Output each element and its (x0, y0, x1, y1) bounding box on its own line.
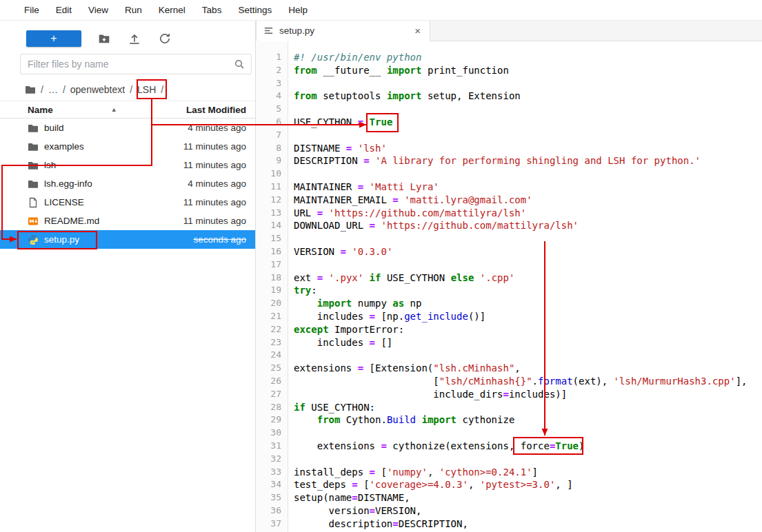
code-line[interactable]: includes = [] (294, 336, 762, 349)
code-line[interactable]: URL = 'https://github.com/mattilyra/lsh' (294, 207, 762, 220)
menu-item-view[interactable]: View (80, 5, 117, 15)
file-row-license[interactable]: LICENSE11 minutes ago (0, 193, 255, 212)
line-number: 4 (256, 90, 288, 103)
code-line[interactable] (294, 427, 762, 440)
code-line[interactable]: from __future__ import print_function (294, 64, 762, 77)
code-line[interactable]: extensions = cythonize(extensions, force… (294, 440, 762, 453)
code-line[interactable]: from Cython.Build import cythonize (294, 413, 762, 427)
code-line[interactable]: include_dirs=includes)] (294, 388, 762, 401)
filter-input[interactable] (21, 59, 234, 70)
folder-icon (28, 160, 39, 171)
file-row-lsh[interactable]: lsh11 minutes ago (0, 156, 255, 174)
breadcrumb-ellipsis[interactable]: … (48, 84, 58, 95)
code-line[interactable]: includes = [np.get_include()] (294, 310, 762, 323)
file-row-lsh-egg-info[interactable]: lsh.egg-info4 minutes ago (0, 174, 255, 193)
code-line[interactable]: extensions = [Extension("lsh.cMinhash", (294, 362, 762, 375)
code-line[interactable]: VERSION = '0.3.0' (294, 245, 762, 258)
line-number: 10 (256, 167, 288, 181)
line-number: 2 (256, 64, 288, 77)
code-line[interactable]: DISTNAME = 'lsh' (294, 142, 762, 155)
code-line[interactable]: MAINTAINER_EMAIL = 'matti.lyra@gmail.com… (294, 194, 762, 207)
code-line[interactable]: DESCRIPTION = 'A library for performing … (294, 154, 762, 167)
menu-item-kernel[interactable]: Kernel (150, 5, 194, 15)
line-number: 30 (256, 427, 288, 440)
line-number: 36 (256, 504, 288, 518)
code-line[interactable]: setup(name=DISTNAME, (294, 491, 762, 504)
code-line[interactable]: #! /usr/bin/env python (294, 51, 762, 64)
code-line[interactable]: from setuptools import setup, Extension (294, 90, 762, 103)
file-modified: 11 minutes ago (183, 197, 246, 207)
line-number: 1 (256, 51, 288, 64)
code-content[interactable]: #! /usr/bin/env pythonfrom __future__ im… (288, 41, 762, 532)
code-editor: 1234567891011121314151617181920212223242… (256, 41, 762, 532)
code-line[interactable]: USE_CYTHON = True (294, 116, 762, 129)
line-number: 13 (256, 207, 288, 220)
file-name: README.md (44, 216, 99, 226)
code-line[interactable] (294, 77, 762, 90)
tab-setup-py[interactable]: setup.py × (256, 21, 430, 41)
line-number: 18 (256, 272, 288, 285)
code-line[interactable]: try: (294, 284, 762, 297)
code-line[interactable]: import numpy as np (294, 297, 762, 310)
code-line[interactable]: install_deps = ['numpy', 'cython>=0.24.1… (294, 466, 762, 479)
line-number: 33 (256, 466, 288, 479)
menu-item-help[interactable]: Help (280, 5, 316, 15)
code-line[interactable] (294, 258, 762, 272)
line-number: 35 (256, 491, 288, 504)
breadcrumb: /…/openwebtext/LSH/ (25, 79, 255, 101)
python-icon (28, 234, 39, 245)
file-modified: 11 minutes ago (183, 216, 246, 226)
new-folder-button[interactable] (98, 32, 110, 45)
menu-item-settings[interactable]: Settings (230, 5, 280, 15)
column-header-name[interactable]: Name (28, 105, 53, 115)
file-row-build[interactable]: build4 minutes ago (0, 119, 255, 137)
code-line[interactable]: if USE_CYTHON: (294, 401, 762, 414)
code-line[interactable]: except ImportError: (294, 323, 762, 336)
line-number: 19 (256, 284, 288, 297)
file-row-readme-md[interactable]: README.md11 minutes ago (0, 212, 255, 230)
breadcrumb-item-openwebtext[interactable]: openwebtext (70, 84, 125, 95)
new-launcher-button[interactable]: + (26, 30, 81, 47)
code-line[interactable]: DOWNLOAD_URL = 'https://github.com/matti… (294, 219, 762, 232)
code-line[interactable] (294, 453, 762, 466)
line-number: 17 (256, 258, 288, 272)
refresh-button[interactable] (159, 32, 171, 45)
line-number: 22 (256, 323, 288, 336)
file-row-setup-py[interactable]: setup.pyseconds ago (0, 230, 255, 249)
menu-item-file[interactable]: File (16, 5, 48, 15)
column-header-last-modified[interactable]: Last Modified (186, 105, 246, 115)
file-name: setup.py (44, 234, 79, 245)
line-number: 23 (256, 336, 288, 349)
code-line[interactable] (294, 129, 762, 142)
code-line[interactable]: version=VERSION, (294, 504, 762, 518)
code-line[interactable] (294, 167, 762, 181)
file-row-examples[interactable]: examples11 minutes ago (0, 137, 255, 156)
code-line[interactable]: test_deps = ['coverage>=4.0.3', 'pytest>… (294, 478, 762, 491)
file-name: build (44, 123, 64, 133)
menu-item-run[interactable]: Run (117, 5, 150, 15)
sort-ascending-icon: ▲ (111, 106, 117, 113)
file-browser-toolbar: + (0, 21, 255, 50)
upload-button[interactable] (128, 32, 141, 45)
breadcrumb-item-lsh[interactable]: LSH (137, 84, 156, 95)
tab-title: setup.py (279, 25, 407, 36)
line-number: 20 (256, 297, 288, 310)
line-number: 7 (256, 129, 288, 142)
close-icon[interactable]: × (412, 25, 423, 37)
code-line[interactable]: description=DESCRIPTION, (294, 518, 762, 531)
code-line[interactable]: ["lsh/cMinhash{}".format(ext), 'lsh/Murm… (294, 375, 762, 388)
folder-icon (28, 123, 39, 134)
jupyterlab-window: FileEditViewRunKernelTabsSettingsHelp + … (0, 0, 762, 532)
line-number: 14 (256, 219, 288, 232)
file-name: lsh (44, 160, 56, 170)
file-modified: 11 minutes ago (183, 141, 246, 152)
code-line[interactable] (294, 232, 762, 245)
menu-item-tabs[interactable]: Tabs (194, 5, 230, 15)
file-list: build4 minutes agoexamples11 minutes ago… (0, 119, 255, 249)
code-line[interactable]: ext = '.pyx' if USE_CYTHON else '.cpp' (294, 272, 762, 285)
code-line[interactable] (294, 103, 762, 116)
code-line[interactable]: MAINTAINER = 'Matti Lyra' (294, 181, 762, 194)
menu-item-edit[interactable]: Edit (48, 5, 80, 15)
code-line[interactable] (294, 349, 762, 362)
folder-icon (28, 178, 39, 190)
